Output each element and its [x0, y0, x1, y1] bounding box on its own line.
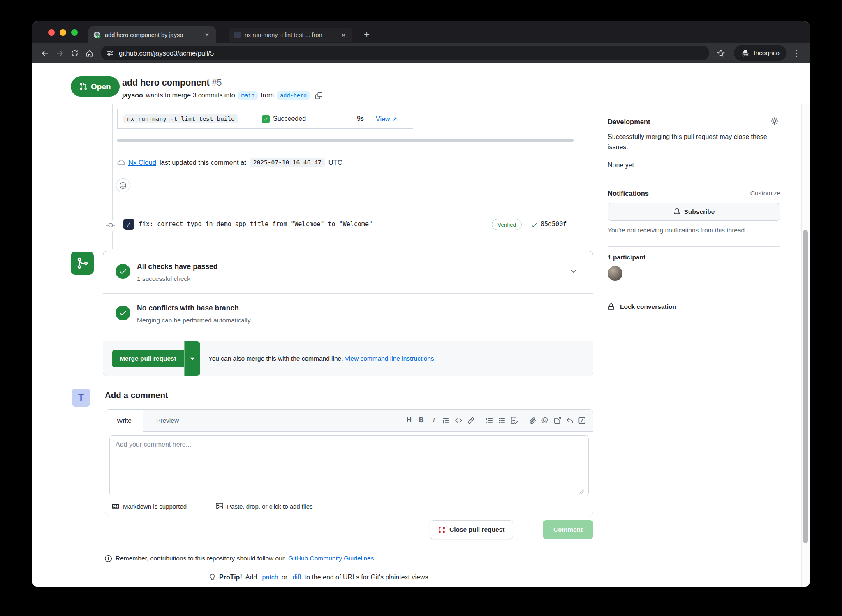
minimize-window-button[interactable]	[60, 29, 66, 36]
resize-grip-icon[interactable]	[579, 489, 584, 494]
tab-nx-run[interactable]: nx run-many -t lint test ... fron ✕	[229, 28, 352, 42]
forward-button[interactable]	[52, 46, 67, 60]
base-branch-label[interactable]: main	[238, 91, 258, 100]
checks-section[interactable]: All checks have passed 1 successful chec…	[103, 251, 593, 293]
tab-strip: add hero component by jayso ✕ nx run-man…	[32, 21, 810, 43]
sidebar-divider	[608, 292, 780, 292]
add-reaction-button[interactable]	[116, 178, 130, 192]
slash-command-icon[interactable]	[576, 414, 588, 427]
site-info-icon[interactable]	[106, 49, 114, 57]
or-word: or	[282, 574, 287, 581]
tab-close-icon[interactable]: ✕	[340, 31, 347, 39]
maximize-window-button[interactable]	[71, 29, 78, 36]
new-tab-button[interactable]: +	[364, 27, 370, 42]
copy-branch-icon[interactable]	[315, 92, 322, 99]
development-gear-icon[interactable]	[770, 117, 778, 125]
update-timestamp: 2025-07-10 16:46:47	[250, 158, 325, 167]
development-empty: None yet	[608, 162, 780, 169]
bookmark-star-icon[interactable]	[713, 46, 728, 60]
checks-subtitle: 1 successful check	[137, 275, 190, 283]
head-branch-label[interactable]: add-hero	[277, 91, 310, 100]
merge-status-tile	[71, 252, 94, 275]
task-list-icon[interactable]	[508, 414, 520, 427]
tab-write[interactable]: Write	[105, 410, 143, 432]
guidelines-note: Remember, contributions to this reposito…	[105, 555, 379, 562]
home-button[interactable]	[82, 46, 97, 60]
italic-icon[interactable]: I	[428, 414, 440, 427]
composer-footer: Markdown is supported Paste, drop, or cl…	[112, 498, 313, 514]
quote-icon[interactable]	[440, 414, 452, 427]
merge-sentence: wants to merge 3 commits into	[146, 92, 235, 99]
chevron-down-icon[interactable]	[570, 268, 577, 275]
page-scrollbar-track[interactable]	[801, 63, 810, 587]
success-check-icon	[262, 115, 270, 123]
lock-conversation-button[interactable]: Lock conversation	[608, 303, 780, 310]
tab-preview[interactable]: Preview	[156, 410, 179, 431]
diff-link[interactable]: .diff	[291, 574, 301, 581]
merge-options-caret[interactable]	[184, 341, 200, 376]
check-status-cell: Succeeded	[256, 109, 322, 128]
pr-state-label: Open	[91, 82, 111, 91]
tab-close-icon[interactable]: ✕	[203, 31, 211, 39]
bold-icon[interactable]: B	[415, 414, 428, 427]
attach-file-icon[interactable]	[526, 414, 539, 427]
reload-button[interactable]	[67, 46, 82, 60]
markdown-note[interactable]: Markdown is supported	[123, 503, 187, 510]
conflicts-title: No conflicts with base branch	[137, 304, 239, 313]
participant-avatar[interactable]	[608, 266, 622, 281]
comment-form: Write Preview H B I @	[105, 409, 593, 516]
check-command-cell: nx run-many -t lint test build	[117, 109, 256, 128]
notifications-status: You're not receiving notifications from …	[608, 227, 780, 234]
cloud-icon	[117, 159, 125, 167]
browser-menu-button[interactable]: ⋮	[786, 48, 805, 58]
check-command: nx run-many -t lint test build	[123, 114, 238, 123]
cross-reference-icon[interactable]	[551, 414, 563, 427]
guidelines-link[interactable]: GitHub Community Guidelines	[288, 555, 374, 562]
check-run-table: nx run-many -t lint test build Succeeded…	[117, 109, 413, 129]
github-favicon	[93, 31, 101, 39]
tab-title: nx run-many -t lint test ... fron	[245, 32, 335, 38]
paste-note[interactable]: Paste, drop, or click to add files	[227, 503, 312, 510]
comment-textarea[interactable]	[109, 435, 589, 496]
patch-link[interactable]: .patch	[260, 574, 278, 581]
nx-cloud-link[interactable]: Nx Cloud	[128, 159, 156, 167]
verified-badge[interactable]: Verified	[492, 219, 522, 230]
reply-icon[interactable]	[563, 414, 576, 427]
url-text: github.com/jaysoo3/acme/pull/5	[119, 49, 214, 57]
horizontal-scrollbar[interactable]	[117, 139, 574, 142]
commit-sha-link[interactable]: 85d500f	[541, 220, 567, 228]
address-bar[interactable]: github.com/jaysoo3/acme/pull/5	[101, 46, 709, 60]
from-word: from	[261, 92, 274, 99]
numbered-list-icon[interactable]	[483, 414, 495, 427]
check-duration: 9s	[357, 115, 364, 123]
commit-author-avatar[interactable]: ∕	[123, 219, 134, 230]
incognito-badge: Incognito	[734, 45, 786, 61]
check-status: Succeeded	[273, 115, 306, 123]
code-icon[interactable]	[452, 414, 465, 427]
merge-pull-request-button[interactable]: Merge pull request	[112, 350, 184, 367]
tab-pull-request[interactable]: add hero component by jayso ✕	[88, 26, 216, 43]
view-run-link[interactable]: View ↗	[376, 115, 397, 123]
bullet-list-icon[interactable]	[495, 414, 508, 427]
current-user-avatar[interactable]: T	[72, 389, 90, 407]
incognito-label: Incognito	[754, 49, 780, 57]
protip-label: ProTip!	[219, 574, 242, 581]
cli-instructions-link[interactable]: View command line instructions.	[345, 355, 436, 362]
commit-message-link[interactable]: fix: correct typo in demo app title from…	[139, 220, 372, 228]
back-button[interactable]	[37, 46, 52, 60]
page-scrollbar-thumb[interactable]	[803, 230, 808, 543]
pr-author[interactable]: jaysoo	[122, 92, 143, 99]
mention-icon[interactable]: @	[539, 414, 551, 427]
link-icon[interactable]	[465, 414, 477, 427]
conflicts-section: No conflicts with base branch Merging ca…	[103, 294, 593, 342]
customize-link[interactable]: Customize	[739, 190, 780, 197]
bell-icon	[673, 208, 680, 215]
heading-icon[interactable]: H	[403, 414, 415, 427]
image-icon	[216, 503, 223, 510]
close-pull-request-button[interactable]: Close pull request	[430, 520, 513, 539]
close-window-button[interactable]	[48, 29, 55, 36]
comment-button[interactable]: Comment	[543, 520, 593, 539]
subscribe-button[interactable]: Subscribe	[608, 203, 780, 221]
toolbar-divider	[480, 415, 480, 425]
pull-request-icon	[79, 83, 87, 90]
